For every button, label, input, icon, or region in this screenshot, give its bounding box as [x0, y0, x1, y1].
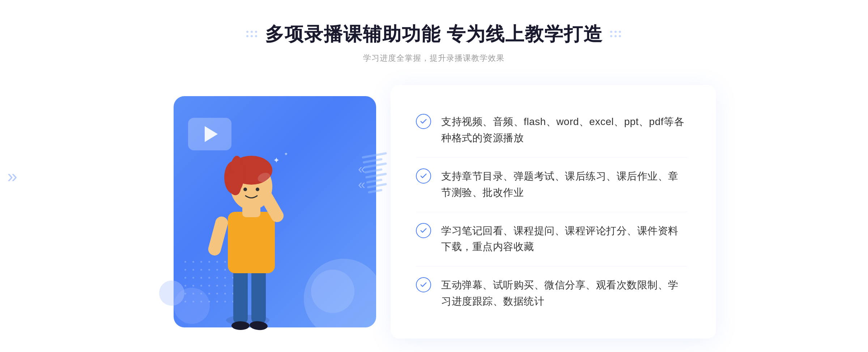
check-icon-3 — [416, 223, 431, 238]
feature-text-2: 支持章节目录、弹题考试、课后练习、课后作业、章节测验、批改作业 — [441, 168, 687, 201]
svg-rect-5 — [228, 212, 275, 273]
feature-text-3: 学习笔记回看、课程提问、课程评论打分、课件资料下载，重点内容收藏 — [441, 223, 687, 256]
right-title-dots — [610, 31, 622, 38]
main-title: 多项录播课辅助功能 专为线上教学打造 — [265, 22, 603, 47]
svg-rect-1 — [233, 266, 248, 324]
svg-point-13 — [243, 188, 247, 191]
page-container: » 多项录播课辅助功能 专为线上教学打造 学习进度全掌握，提升录播课教学效果 — [0, 0, 868, 352]
svg-text:✦: ✦ — [273, 156, 280, 165]
title-row: 多项录播课辅助功能 专为线上教学打造 — [246, 22, 622, 47]
features-panel: 支持视频、音频、flash、word、excel、ppt、pdf等各种格式的资源… — [391, 85, 716, 338]
feature-text-4: 互动弹幕、试听购买、微信分享、观看次数限制、学习进度跟踪、数据统计 — [441, 277, 687, 310]
svg-point-14 — [256, 188, 259, 191]
chevrons-left-icon: » — [7, 167, 17, 185]
illustration-wrapper: «« — [152, 82, 398, 342]
feature-item-2: 支持章节目录、弹题考试、课后练习、课后作业、章节测验、批改作业 — [416, 158, 687, 212]
bg-deco-left: » — [7, 167, 17, 185]
check-icon-2 — [416, 168, 431, 184]
svg-rect-7 — [207, 215, 229, 257]
feature-text-1: 支持视频、音频、flash、word、excel、ppt、pdf等各种格式的资源… — [441, 114, 687, 146]
content-area: «« — [145, 82, 723, 342]
subtitle: 学习进度全掌握，提升录播课教学效果 — [363, 53, 505, 64]
deco-circle-md — [174, 288, 210, 324]
feature-item-1: 支持视频、音频、flash、word、excel、ppt、pdf等各种格式的资源… — [416, 103, 687, 158]
check-icon-4 — [416, 277, 431, 292]
svg-text:✦: ✦ — [284, 151, 288, 157]
svg-rect-2 — [251, 266, 266, 324]
header-section: 多项录播课辅助功能 专为线上教学打造 学习进度全掌握，提升录播课教学效果 — [246, 22, 622, 64]
feature-item-4: 互动弹幕、试听购买、微信分享、观看次数限制、学习进度跟踪、数据统计 — [416, 266, 687, 321]
check-icon-1 — [416, 114, 431, 129]
svg-point-3 — [231, 321, 250, 330]
left-title-dots — [246, 31, 258, 38]
feature-item-3: 学习笔记回看、课程提问、课程评论打分、课件资料下载，重点内容收藏 — [416, 212, 687, 267]
